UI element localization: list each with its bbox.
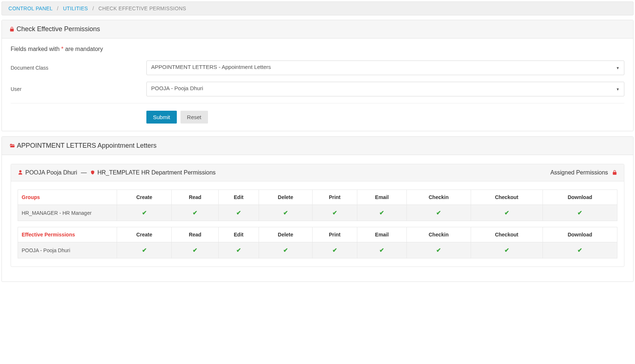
check-icon: ✔ <box>236 210 241 216</box>
table-row: POOJA - Pooja Dhuri ✔ ✔ ✔ ✔ ✔ ✔ ✔ ✔ ✔ <box>18 242 617 258</box>
check-icon: ✔ <box>193 210 197 216</box>
table-header-create: Create <box>117 227 172 242</box>
shield-icon <box>90 169 95 176</box>
assigned-text: Assigned Permissions <box>550 169 608 176</box>
breadcrumb-separator: / <box>57 5 58 11</box>
folder-open-icon <box>9 142 17 149</box>
table-header-effective: Effective Permissions <box>18 227 117 242</box>
group-name-cell: HR_MANAGER - HR Manager <box>18 205 117 221</box>
dash-separator: — <box>81 169 87 176</box>
mandatory-help-text: Fields marked with * are mandatory <box>11 46 624 52</box>
check-icon: ✔ <box>283 247 288 253</box>
user-value: POOJA - Pooja Dhuri <box>151 85 203 91</box>
user-text: POOJA Pooja Dhuri <box>25 169 77 176</box>
breadcrumb-control-panel[interactable]: CONTROL PANEL <box>8 5 52 11</box>
table-header-email: Email <box>357 227 407 242</box>
table-header-groups: Groups <box>18 190 117 205</box>
table-header-download: Download <box>543 190 617 205</box>
panel-title: Check Effective Permissions <box>2 20 633 38</box>
groups-table: Groups Create Read Edit Delete Print Ema… <box>18 190 617 221</box>
table-header-checkin: Checkin <box>406 227 471 242</box>
check-icon: ✔ <box>379 210 384 216</box>
check-icon: ✔ <box>142 210 147 216</box>
form-divider <box>11 103 624 103</box>
chevron-down-icon: ▼ <box>616 66 620 70</box>
breadcrumb-separator: / <box>92 5 94 11</box>
results-panel: APPOINTMENT LETTERS Appointment Letters … <box>1 136 634 282</box>
table-header-edit: Edit <box>219 190 259 205</box>
table-row: HR_MANAGER - HR Manager ✔ ✔ ✔ ✔ ✔ ✔ ✔ ✔ … <box>18 205 617 221</box>
lock-icon <box>9 25 17 33</box>
table-header-checkout: Checkout <box>471 190 543 205</box>
table-header-read: Read <box>172 227 219 242</box>
user-icon <box>18 169 23 176</box>
check-icon: ✔ <box>283 210 288 216</box>
table-header-download: Download <box>543 227 617 242</box>
table-header-checkin: Checkin <box>406 190 471 205</box>
reset-button[interactable]: Reset <box>180 111 208 124</box>
check-icon: ✔ <box>436 247 441 253</box>
document-class-select[interactable]: APPOINTMENT LETTERS - Appointment Letter… <box>146 60 624 75</box>
check-icon: ✔ <box>332 210 337 216</box>
check-icon: ✔ <box>577 247 582 253</box>
check-icon: ✔ <box>504 210 509 216</box>
check-icon: ✔ <box>193 247 197 253</box>
table-header-delete: Delete <box>259 227 312 242</box>
breadcrumb: CONTROL PANEL / UTILITIES / CHECK EFFECT… <box>1 1 634 15</box>
check-icon: ✔ <box>332 247 337 253</box>
user-select[interactable]: POOJA - Pooja Dhuri ▼ <box>146 82 624 96</box>
user-label: User <box>11 86 146 92</box>
user-permissions-subpanel: POOJA Pooja Dhuri — HR_TEMPLATE HR Depar… <box>11 164 624 267</box>
submit-button[interactable]: Submit <box>146 111 177 124</box>
results-title-text: APPOINTMENT LETTERS Appointment Letters <box>17 142 157 149</box>
check-icon: ✔ <box>142 247 147 253</box>
table-header-print: Print <box>312 190 357 205</box>
document-class-label: Document Class <box>11 65 146 71</box>
breadcrumb-current: CHECK EFFECTIVE PERMISSIONS <box>98 5 186 11</box>
table-header-checkout: Checkout <box>471 227 543 242</box>
chevron-down-icon: ▼ <box>616 87 620 91</box>
check-icon: ✔ <box>236 247 241 253</box>
table-header-read: Read <box>172 190 219 205</box>
assigned-permissions-label: Assigned Permissions <box>550 169 617 176</box>
help-suffix: are mandatory <box>63 46 103 52</box>
help-prefix: Fields marked with <box>11 46 61 52</box>
lock-icon <box>612 169 617 176</box>
table-header-create: Create <box>117 190 172 205</box>
effective-permissions-table: Effective Permissions Create Read Edit D… <box>18 227 617 258</box>
table-header-email: Email <box>357 190 407 205</box>
template-text: HR_TEMPLATE HR Department Permissions <box>97 169 215 176</box>
table-header-delete: Delete <box>259 190 312 205</box>
table-header-print: Print <box>312 227 357 242</box>
check-icon: ✔ <box>436 210 441 216</box>
check-permissions-panel: Check Effective Permissions Fields marke… <box>1 20 634 131</box>
check-icon: ✔ <box>504 247 509 253</box>
table-header-edit: Edit <box>219 227 259 242</box>
document-class-value: APPOINTMENT LETTERS - Appointment Letter… <box>151 64 271 70</box>
check-icon: ✔ <box>577 210 582 216</box>
panel-title-text: Check Effective Permissions <box>17 25 100 33</box>
results-panel-title: APPOINTMENT LETTERS Appointment Letters <box>2 137 633 155</box>
breadcrumb-utilities[interactable]: UTILITIES <box>63 5 88 11</box>
check-icon: ✔ <box>379 247 384 253</box>
effective-name-cell: POOJA - Pooja Dhuri <box>18 242 117 258</box>
